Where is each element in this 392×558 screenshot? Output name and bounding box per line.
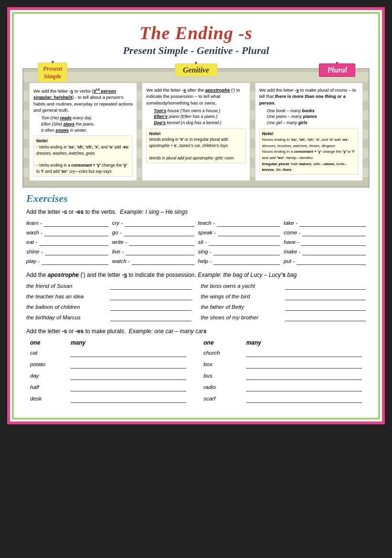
genitive-label: ● Genitive: [175, 63, 217, 77]
possession-grid: the friend of Susan the boss owns a yach…: [26, 282, 366, 321]
verb-item-cry: cry -: [112, 219, 194, 227]
page: The Ending -s Present Simple - Genitive …: [14, 14, 378, 418]
plural-row-2: potato box: [26, 358, 366, 370]
cards-row: We add the letter -s to verbs (3rd perso…: [29, 83, 363, 181]
verb-item-teach: teach -: [198, 219, 280, 227]
plural-word-bus: bus: [200, 370, 242, 381]
present-note: Note! - Verbs ending in 'ss', 'sh', 'ch'…: [33, 136, 133, 177]
possession-item-6: the wings of the bird: [201, 293, 366, 300]
verb-item-take: take -: [284, 219, 366, 227]
plural-card: We add the letter -s to make plural of n…: [255, 83, 363, 181]
present-label-line2: Simple: [44, 73, 62, 80]
possession-item-5: the boss owns a yacht: [201, 282, 366, 290]
genitive-label-text: Genitive: [183, 66, 209, 74]
present-label-line1: Present: [43, 65, 62, 72]
verb-item-shine: shine -: [26, 248, 108, 255]
genitive-note: Note! Words ending in 's' or in irregula…: [146, 128, 245, 163]
title-section: The Ending -s Present Simple - Genitive …: [22, 19, 370, 59]
possession-item-8: the shoes of my brother: [201, 314, 366, 321]
col-header-many1: many: [67, 338, 190, 347]
exercises-title: Exercises: [26, 192, 366, 205]
outer-border: The Ending -s Present Simple - Genitive …: [7, 7, 385, 424]
ex3-instruction: Add the letter -s or -es to make plurals…: [26, 328, 366, 335]
verb-item-sing: sing -: [198, 248, 280, 255]
plural-word-box: box: [200, 358, 242, 370]
verb-item-wash: wash -: [26, 229, 108, 236]
verb-item-speak: speak -: [198, 229, 280, 236]
verb-item-make: make -: [284, 248, 366, 255]
col-header-many2: many: [243, 338, 366, 347]
verb-item-help: help -: [198, 257, 280, 265]
ex1-instruction: Add the letter -s or -es to the verbs. E…: [26, 209, 366, 215]
verb-item-play: play -: [26, 257, 108, 265]
col-header-one1: one: [26, 338, 67, 347]
plural-row-5: desk scarf: [26, 393, 366, 404]
possession-item-4: the birthday of Marcus: [26, 314, 191, 321]
plural-word-day: day: [26, 370, 67, 381]
exercises-section: Exercises Add the letter -s or -es to th…: [22, 188, 370, 409]
verb-item-have: have -: [284, 238, 366, 246]
possession-item-2: the teacher has an idea: [26, 293, 191, 300]
possession-item-3: the balloon of children: [26, 303, 191, 311]
col-header-one2: one: [200, 338, 242, 347]
verb-item-eat: eat -: [26, 238, 108, 246]
present-simple-label: ● Present Simple: [38, 63, 67, 83]
possession-item-1: the friend of Susan: [26, 282, 191, 290]
plural-row-3: day bus: [26, 370, 366, 381]
present-simple-card: We add the letter -s to verbs (3rd perso…: [29, 83, 137, 181]
main-title: The Ending -s: [22, 22, 370, 43]
plural-row-4: half radio: [26, 381, 366, 393]
plural-word-desk: desk: [26, 393, 67, 404]
verb-item-come: come -: [284, 229, 366, 236]
subtitle: Present Simple - Genitive - Plural: [22, 44, 370, 57]
plural-word-scarf: scarf: [200, 393, 242, 404]
plural-label-text: Plural: [327, 66, 347, 74]
plural-label: ● Plural: [319, 63, 355, 77]
verb-item-sit: sit -: [198, 238, 280, 246]
plural-word-half: half: [26, 381, 67, 393]
verb-item-live: live -: [112, 248, 194, 255]
inner-border: The Ending -s Present Simple - Genitive …: [12, 12, 380, 420]
verb-grid: learn - cry - teach - take - wash - go -…: [26, 219, 366, 265]
plural-word-radio: radio: [200, 381, 242, 393]
verb-item-put: put -: [284, 257, 366, 265]
plurals-section: Add the letter -s or -es to make plurals…: [26, 328, 366, 404]
plural-word-church: church: [200, 347, 242, 358]
genitive-card: We add the letter -s after the apostroph…: [142, 83, 250, 181]
ex2-instruction: Add the apostrophe (') and the letter -s…: [26, 272, 366, 278]
verb-item-learn: learn -: [26, 219, 108, 227]
plural-row-1: cat church: [26, 347, 366, 358]
cards-section: ● Present Simple ● Genitive ●: [22, 68, 370, 188]
plural-word-cat: cat: [26, 347, 67, 358]
verb-item-write: write -: [112, 238, 194, 246]
verb-item-watch: watch -: [112, 257, 194, 265]
possession-item-7: the father of Betty: [201, 303, 366, 311]
plurals-table: one many one many cat: [26, 338, 366, 404]
plural-word-potato: potato: [26, 358, 67, 370]
plural-note: Note! Nouns ending in 'ss', 'sh', 'ch', …: [259, 128, 359, 175]
verb-item-go: go -: [112, 229, 194, 236]
